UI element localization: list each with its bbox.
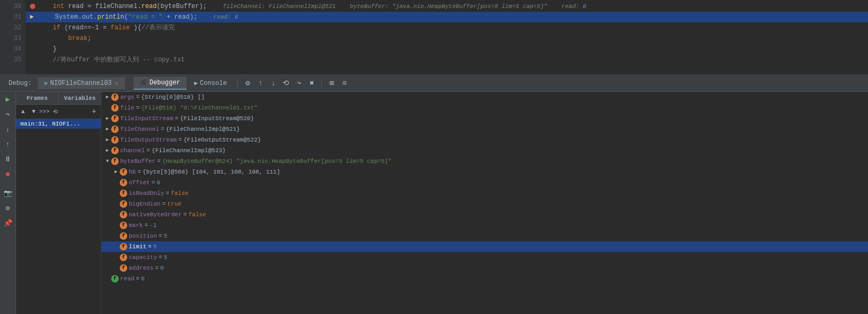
code-text: }: [37, 44, 57, 54]
type-badge: f: [120, 254, 127, 261]
type-badge: f: [120, 264, 127, 272]
nav-restore[interactable]: ⟲: [50, 107, 60, 116]
type-badge: f: [120, 168, 127, 176]
frame-item-label: main:31, NIOFi...: [20, 121, 80, 127]
debugger-label: Debugger: [150, 79, 181, 87]
expand-icon: ▶: [104, 147, 111, 154]
var-row-capacity[interactable]: ▶ f capacity = 5: [102, 252, 868, 263]
pause-icon[interactable]: ⏸: [3, 154, 13, 164]
debug-tab-niofilechannel[interactable]: ▶ NIOFileChannel03 ✕: [38, 77, 125, 89]
toolbar-btn-mute[interactable]: ✖: [306, 78, 317, 89]
resume-icon[interactable]: ▶: [3, 94, 13, 105]
expand-icon: ▶: [104, 125, 111, 133]
code-line-34: }: [26, 44, 868, 54]
var-row[interactable]: ▶ f bigEndian = true: [102, 199, 868, 209]
debug-tab-label: NIOFileChannel03: [50, 80, 112, 87]
toolbar-btn-step-over[interactable]: ↷: [293, 78, 304, 89]
add-frame-btn[interactable]: +: [89, 107, 99, 116]
expand-icon: ▶: [112, 168, 120, 176]
code-line-35: //将buffer 中的数据写入到 -- copy.txt: [26, 54, 868, 65]
expand-icon: ▶: [104, 115, 111, 122]
var-row[interactable]: ▶ f channel = {FileChannelImpl@523}: [102, 145, 868, 156]
var-row[interactable]: ▶ f nativeByteOrder = false: [102, 209, 868, 220]
type-badge: f: [120, 211, 127, 218]
step-out-icon[interactable]: ↑: [3, 139, 13, 150]
code-area: 30 31 32 33 34 35 int read = fileChannel…: [0, 0, 868, 75]
var-row[interactable]: ▶ f file = {File@519} "d:\FileChannel01.…: [102, 103, 868, 113]
var-row-limit[interactable]: ▶ f limit = 5: [102, 241, 868, 252]
line-numbers: 30 31 32 33 34 35: [0, 0, 26, 74]
code-line-30: int read = fileChannel.read(byteBuffer);…: [26, 1, 868, 12]
toolbar-separator-2: [321, 79, 322, 88]
type-badge: f: [120, 232, 127, 240]
var-row[interactable]: ▶ f isReadOnly = false: [102, 188, 868, 199]
nav-fast-forward[interactable]: >>>: [40, 107, 49, 116]
type-badge: f: [111, 125, 119, 133]
code-line-33: break;: [26, 33, 868, 44]
type-badge: f: [111, 275, 119, 282]
step-over-icon[interactable]: ↷: [3, 109, 13, 120]
code-line-32: if (read==-1 = false ){//表示读完: [26, 22, 868, 33]
toolbar-btn-list[interactable]: ≡: [339, 78, 350, 89]
var-row[interactable]: ▶ f fileInputStream = {FileInputStream@5…: [102, 113, 868, 124]
console-icon: ▶: [194, 80, 198, 87]
expand-icon: ▼: [104, 158, 111, 165]
var-row-read[interactable]: ▶ f read = 0: [102, 273, 868, 284]
code-text: //将buffer 中的数据写入到 -- copy.txt: [37, 54, 185, 65]
toolbar-btn-settings[interactable]: ⚙: [242, 78, 253, 89]
debug-tab-icon: ▶: [44, 80, 48, 87]
type-badge: f: [120, 179, 127, 186]
type-badge: f: [111, 115, 119, 122]
var-row[interactable]: ▶ f hb = {byte[5]@568} [104, 101, 108, 1…: [102, 167, 868, 177]
code-text: System.out.println("read = " + read);: [40, 12, 197, 22]
toolbar-btn-up[interactable]: ↑: [255, 78, 266, 89]
frames-panel: Frames Variables ▲ ▼ >>> ⟲ + main:31, NI…: [16, 92, 102, 314]
debug-bar: Debug: ▶ NIOFileChannel03 ✕ ⬛ Debugger ▶…: [0, 75, 868, 92]
var-row[interactable]: ▼ f byteBuffer = {HeapByteBuffer@524} "j…: [102, 156, 868, 167]
frames-nav: ▲ ▼ >>> ⟲ +: [16, 105, 101, 119]
camera-icon[interactable]: 📷: [3, 188, 13, 199]
code-text: break;: [37, 33, 91, 44]
step-into-icon[interactable]: ↓: [3, 124, 13, 135]
pin-icon[interactable]: 📌: [3, 218, 13, 229]
toolbar-btn-table[interactable]: ⊞: [326, 78, 337, 89]
stop-icon[interactable]: ■: [3, 169, 13, 179]
toolbar-btn-down[interactable]: ↓: [268, 78, 278, 89]
frames-header: Frames: [16, 95, 58, 101]
var-row[interactable]: ▶ f fileChannel = {FileChannelImpl@521}: [102, 124, 868, 135]
type-badge: f: [120, 222, 127, 229]
nav-down[interactable]: ▼: [29, 107, 38, 116]
type-badge: f: [111, 158, 119, 165]
close-icon[interactable]: ✕: [115, 80, 119, 87]
inline-hint: read: 0: [213, 12, 238, 22]
type-badge: f: [111, 136, 119, 144]
expand-icon: ▶: [104, 136, 111, 144]
type-badge: f: [111, 93, 119, 101]
debug-panel: ▶ ↷ ↓ ↑ ⏸ ■ 📷 ⚙ 📌 Frames Variables ▲ ▼ >…: [0, 92, 868, 314]
tab-debugger[interactable]: ⬛ Debugger: [134, 77, 187, 90]
code-text: if (read==-1 = false ){//表示读完: [37, 22, 175, 33]
debugger-icon: ⬛: [140, 79, 148, 86]
tab-console[interactable]: ▶ Console: [188, 77, 233, 89]
var-row[interactable]: ▶ f fileOutputStream = {FileOutputStream…: [102, 135, 868, 145]
type-badge: f: [111, 147, 119, 154]
toolbar-btn-restore[interactable]: ⟲: [281, 78, 291, 89]
code-line-31: ► System.out.println("read = " + read); …: [26, 12, 868, 22]
panel-header-row: Frames Variables: [16, 92, 101, 105]
var-row[interactable]: ▶ f offset = 0: [102, 177, 868, 188]
var-row[interactable]: ▶ f position = 5: [102, 231, 868, 241]
type-badge: f: [120, 243, 127, 250]
code-lines: int read = fileChannel.read(byteBuffer);…: [26, 0, 868, 74]
settings-icon[interactable]: ⚙: [3, 203, 13, 214]
type-badge: f: [120, 200, 127, 208]
console-label: Console: [200, 80, 227, 87]
nav-up[interactable]: ▲: [18, 107, 28, 116]
var-row[interactable]: ▶ f args = {String[0]@518} []: [102, 92, 868, 103]
expand-icon: ▶: [104, 93, 111, 101]
frame-item-main[interactable]: main:31, NIOFi...: [16, 119, 101, 129]
code-text: int read = fileChannel.read(byteBuffer);: [37, 1, 207, 12]
var-row-address[interactable]: ▶ f address = 0: [102, 263, 868, 273]
var-row[interactable]: ▶ f mark = -1: [102, 220, 868, 231]
variables-panel[interactable]: ▶ f args = {String[0]@518} [] ▶ f file =…: [102, 92, 868, 314]
inline-hint: fileChannel: FileChannelImpl@521 byteBuf…: [223, 1, 586, 12]
